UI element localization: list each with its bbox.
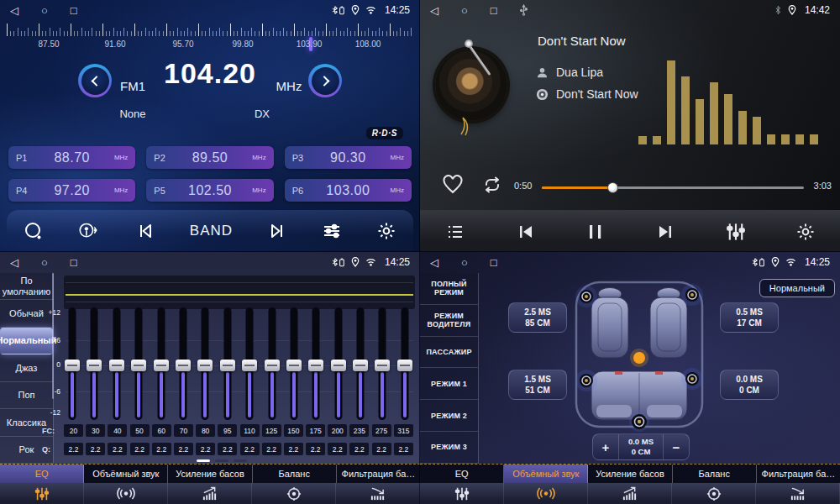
sound-mode-item-5[interactable]: РЕЖИМ 2 bbox=[420, 400, 478, 432]
preset-button-p5[interactable]: P5102.50MHz bbox=[146, 179, 273, 202]
front-left-delay-button[interactable]: 2.5 MS 85 CM bbox=[508, 302, 567, 333]
sliders-icon[interactable] bbox=[322, 221, 342, 241]
preset-button-p3[interactable]: P390.30MHz bbox=[285, 146, 412, 169]
eq-band-slider-235hz[interactable] bbox=[352, 307, 369, 420]
next-track-icon[interactable] bbox=[654, 222, 676, 242]
slider-handle[interactable] bbox=[265, 360, 280, 371]
tab-eq-icon[interactable] bbox=[420, 483, 504, 504]
tab-filter-label[interactable]: Фильтрация ба… bbox=[757, 465, 840, 483]
eq-band-slider-60hz[interactable] bbox=[153, 307, 170, 420]
previous-track-icon[interactable] bbox=[515, 222, 537, 242]
slider-handle[interactable] bbox=[220, 360, 235, 371]
prev-station-icon[interactable] bbox=[135, 221, 155, 241]
increase-delay-button[interactable]: + bbox=[593, 434, 618, 459]
eq-band-slider-20hz[interactable] bbox=[64, 307, 81, 420]
decrease-delay-button[interactable]: − bbox=[664, 434, 689, 459]
sound-mode-item-1[interactable]: ПОЛНЫЙ РЕЖИМ bbox=[420, 273, 478, 305]
tab-eq-icon[interactable] bbox=[0, 483, 84, 504]
slider-handle[interactable] bbox=[109, 360, 124, 371]
tab-balance-label[interactable]: Баланс bbox=[673, 465, 757, 483]
preset-button-p4[interactable]: P497.20MHz bbox=[8, 179, 135, 202]
tab-surround-sound-icon[interactable] bbox=[84, 483, 168, 504]
progress-bar[interactable] bbox=[542, 186, 804, 189]
home-icon[interactable]: ○ bbox=[461, 5, 468, 16]
progress-knob[interactable] bbox=[607, 182, 618, 193]
slider-handle[interactable] bbox=[131, 360, 146, 371]
preset-button-p1[interactable]: P188.70MHz bbox=[8, 146, 135, 169]
tab-balance-label[interactable]: Баланс bbox=[253, 465, 337, 483]
next-station-icon[interactable] bbox=[267, 221, 287, 241]
eq-band-slider-40hz[interactable] bbox=[108, 307, 125, 420]
tune-down-button[interactable] bbox=[78, 64, 112, 97]
tab-balance-icon[interactable] bbox=[252, 483, 336, 504]
tab-filter-label[interactable]: Фильтрация ба… bbox=[337, 465, 420, 483]
slider-handle[interactable] bbox=[353, 360, 368, 371]
recents-icon[interactable]: □ bbox=[71, 5, 77, 16]
sound-mode-item-2[interactable]: РЕЖИМ ВОДИТЕЛЯ bbox=[420, 305, 478, 337]
tune-up-button[interactable] bbox=[308, 64, 342, 97]
slider-handle[interactable] bbox=[308, 360, 323, 371]
slider-handle[interactable] bbox=[65, 360, 80, 371]
search-icon[interactable] bbox=[24, 221, 44, 241]
pause-icon[interactable] bbox=[586, 222, 605, 242]
slider-handle[interactable] bbox=[286, 360, 302, 371]
rear-right-delay-button[interactable]: 0.0 MS 0 CM bbox=[720, 370, 779, 400]
slider-handle[interactable] bbox=[176, 360, 191, 371]
eq-band-slider-80hz[interactable] bbox=[197, 307, 213, 420]
tab-bass-boost-icon[interactable] bbox=[168, 483, 252, 504]
eq-band-slider-315hz[interactable] bbox=[396, 307, 413, 420]
recents-icon[interactable]: □ bbox=[491, 5, 497, 16]
back-icon[interactable]: ◁ bbox=[430, 5, 438, 16]
home-icon[interactable]: ○ bbox=[41, 257, 48, 268]
tab-surround-sound-icon[interactable] bbox=[504, 483, 588, 504]
eq-band-slider-110hz[interactable] bbox=[241, 307, 258, 420]
sound-mode-item-4[interactable]: РЕЖИМ 1 bbox=[420, 368, 478, 400]
back-icon[interactable]: ◁ bbox=[10, 5, 18, 16]
tab-eq-label[interactable]: EQ bbox=[420, 465, 504, 483]
album-art[interactable] bbox=[435, 49, 507, 121]
slider-handle[interactable] bbox=[397, 360, 412, 371]
favorite-heart-icon[interactable] bbox=[442, 175, 464, 197]
profile-badge[interactable]: Нормальный bbox=[759, 279, 835, 297]
playlist-icon[interactable] bbox=[445, 222, 465, 242]
tab-bass-boost-icon[interactable] bbox=[588, 483, 672, 504]
frequency-scale[interactable]: 87.50 91.60 95.70 99.80 103.90 108.00 bbox=[7, 22, 413, 52]
slider-handle[interactable] bbox=[375, 360, 390, 371]
rear-left-delay-button[interactable]: 1.5 MS 51 CM bbox=[508, 370, 567, 400]
eq-band-slider-30hz[interactable] bbox=[86, 307, 102, 420]
eq-band-slider-70hz[interactable] bbox=[175, 307, 192, 420]
eq-sliders-icon[interactable] bbox=[726, 222, 746, 242]
settings-gear-icon[interactable] bbox=[376, 221, 396, 241]
tab-eq-label[interactable]: EQ bbox=[0, 465, 84, 483]
tab-filter-icon[interactable] bbox=[756, 483, 840, 504]
eq-band-slider-50hz[interactable] bbox=[130, 307, 147, 420]
slider-handle[interactable] bbox=[331, 360, 346, 371]
sound-mode-item-6[interactable]: РЕЖИМ 3 bbox=[420, 432, 478, 464]
recents-icon[interactable]: □ bbox=[71, 257, 77, 268]
tab-bass-boost-label[interactable]: Усиление басов bbox=[168, 465, 252, 483]
slider-handle[interactable] bbox=[154, 360, 169, 371]
front-right-delay-button[interactable]: 0.5 MS 17 CM bbox=[720, 302, 779, 333]
eq-band-slider-175hz[interactable] bbox=[307, 307, 324, 420]
home-icon[interactable]: ○ bbox=[461, 257, 468, 268]
slider-handle[interactable] bbox=[242, 360, 257, 371]
home-icon[interactable]: ○ bbox=[41, 5, 48, 16]
band-button[interactable]: BAND bbox=[190, 223, 233, 239]
tab-balance-icon[interactable] bbox=[672, 483, 756, 504]
sound-mode-item-3[interactable]: ПАССАЖИР bbox=[420, 337, 478, 369]
settings-gear-icon[interactable] bbox=[795, 222, 816, 242]
back-icon[interactable]: ◁ bbox=[430, 257, 438, 268]
preset-button-p2[interactable]: P289.50MHz bbox=[146, 146, 273, 169]
tab-bass-boost-label[interactable]: Усиление басов bbox=[588, 465, 672, 483]
slider-handle[interactable] bbox=[87, 360, 102, 371]
eq-band-slider-125hz[interactable] bbox=[264, 307, 281, 420]
eq-band-slider-275hz[interactable] bbox=[374, 307, 391, 420]
recents-icon[interactable]: □ bbox=[491, 257, 497, 268]
tab-surround-sound-label[interactable]: Объёмный звук bbox=[504, 465, 588, 483]
preset-button-p6[interactable]: P6103.00MHz bbox=[285, 179, 412, 202]
repeat-icon[interactable] bbox=[480, 176, 504, 197]
broadcast-icon[interactable] bbox=[78, 222, 101, 240]
tab-surround-sound-label[interactable]: Объёмный звук bbox=[84, 465, 168, 483]
eq-band-slider-95hz[interactable] bbox=[219, 307, 236, 420]
eq-preset-item-1[interactable]: По умолчанию bbox=[0, 273, 53, 300]
